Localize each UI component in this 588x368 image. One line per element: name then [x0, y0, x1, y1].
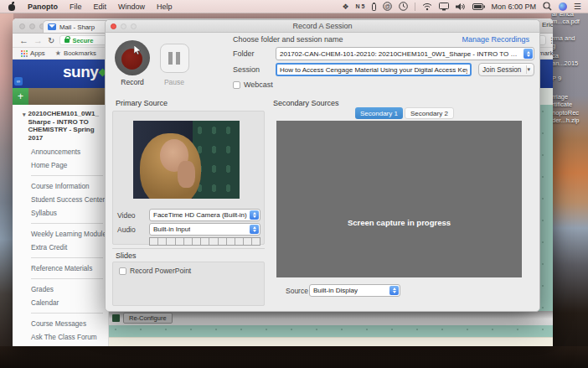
folder-label: Folder — [233, 49, 255, 58]
folder-select[interactable]: 201702-CAN-CHEM-101-20210: 20210CHEM101_… — [276, 47, 534, 60]
desktop-wallpaper-bottom — [0, 346, 588, 368]
dropbox-icon[interactable]: ❖ — [343, 2, 349, 12]
add-content-button[interactable]: + — [13, 88, 28, 105]
record-session-dialog: Record A Session Record Pause Choose fol… — [105, 19, 540, 312]
source-select[interactable]: Built-in Display — [309, 284, 400, 297]
select-stepper-icon — [524, 49, 533, 59]
slides-heading: Slides — [116, 251, 137, 260]
apps-label: Apps — [30, 49, 45, 57]
reload-icon[interactable]: ↻ — [48, 36, 54, 45]
sidebar-item-course-messages[interactable]: Course Messages — [23, 317, 105, 330]
display-icon[interactable] — [439, 2, 449, 12]
dialog-window-controls[interactable] — [111, 23, 137, 29]
screen: ar Erica m...ca.pdf rma and g ca an...20… — [0, 0, 588, 368]
back-icon[interactable]: ← — [19, 36, 28, 45]
tab-secondary-1[interactable]: Secondary 1 — [355, 107, 403, 119]
suny-logo-left: suny — [63, 63, 98, 81]
session-name-input[interactable] — [276, 63, 472, 76]
dialog-zoom-icon[interactable] — [131, 23, 137, 29]
dialog-minimize-icon[interactable] — [121, 23, 126, 29]
sidebar-group: Course Information Student Success Cente… — [23, 179, 105, 220]
desktop-icon-label[interactable]: ca — [552, 53, 559, 60]
join-session-label: Join Session — [482, 66, 521, 74]
sidebar-group: Weekly Learning Modules Extra Credit — [23, 227, 105, 254]
record-powerpoint-checkbox[interactable] — [119, 267, 126, 275]
desktop-icon-label[interactable]: m...ca.pdf — [552, 18, 580, 25]
webcast-row: Webcast — [233, 80, 273, 89]
sidebar-item-grades[interactable]: Grades — [23, 282, 105, 296]
desktop-icon-label[interactable]: der...h.zip — [552, 117, 580, 124]
sidebar-item-extra-credit[interactable]: Extra Credit — [23, 241, 105, 254]
link-badge-icon[interactable]: ∞ — [14, 77, 23, 86]
desktop-icon-label[interactable]: noptoRec — [552, 110, 579, 117]
desktop-icon-label[interactable]: rriage — [552, 94, 568, 101]
sidebar-group: Course Messages Ask The Class Forum — [23, 317, 105, 344]
menu-edit[interactable]: Edit — [94, 3, 107, 11]
apple-menu-icon[interactable] — [8, 3, 16, 11]
pause-bar-icon — [176, 52, 180, 65]
dialog-close-icon[interactable] — [111, 23, 116, 29]
pause-label: Pause — [157, 78, 191, 86]
sidebar-item-weekly-learning-modules[interactable]: Weekly Learning Modules — [23, 227, 105, 241]
menu-panopto[interactable]: Panopto — [28, 3, 58, 11]
window-controls[interactable] — [19, 23, 45, 29]
sidebar-divider — [31, 223, 103, 224]
sidebar-divider — [31, 257, 103, 258]
sidebar-item-calendar[interactable]: Calendar — [23, 296, 105, 309]
menu-window[interactable]: Window — [118, 3, 145, 11]
tab-secondary-2[interactable]: Secondary 2 — [405, 107, 454, 119]
sidebar-item-announcements[interactable]: Announcements — [23, 145, 105, 158]
minimize-window-icon[interactable] — [29, 23, 35, 29]
other-bookmarks-tail[interactable]: marks — [539, 49, 553, 57]
sidebar-divider — [31, 278, 103, 279]
desktop-wallpaper-left — [0, 0, 13, 368]
manage-recordings-link[interactable]: Manage Recordings — [462, 35, 529, 44]
desktop-icon-label[interactable]: P 9 — [552, 75, 561, 82]
tab-title: Mail - Sharp — [59, 23, 95, 31]
video-select[interactable]: FaceTime HD Camera (Built-in) — [149, 209, 260, 221]
battery-icon[interactable] — [472, 2, 485, 12]
page-gray-band: Re-Configure — [109, 311, 553, 325]
sidebar-item-ask-the-class-forum[interactable]: Ask The Class Forum — [23, 330, 105, 344]
siri-icon[interactable] — [559, 3, 567, 11]
close-window-icon[interactable] — [19, 23, 25, 29]
audio-select[interactable]: Built-in Input — [149, 223, 260, 236]
page-footer-strip — [109, 337, 553, 346]
sidebar-group: Grades Calendar — [23, 282, 105, 309]
sidebar-item-home-page[interactable]: Home Page — [23, 158, 105, 172]
sidebar-item-syllabus[interactable]: Syllabus — [23, 206, 105, 220]
sidebar-item-student-success-center[interactable]: Student Success Center — [23, 193, 105, 206]
sidebar-item-reference-materials[interactable]: Reference Materials — [23, 262, 105, 275]
browser-menu-icon[interactable]: ⋮ — [548, 36, 553, 44]
desktop-icon-label[interactable]: rtificate — [552, 101, 572, 108]
volume-icon[interactable] — [456, 2, 466, 12]
webcast-checkbox[interactable] — [233, 81, 240, 89]
course-title: 20210CHEM101_0W1_Sharpe - INTRO TO CHEMI… — [28, 110, 102, 142]
forward-icon[interactable]: → — [34, 36, 43, 45]
desktop-icon-label[interactable]: an...2015 — [552, 60, 578, 67]
bookmark-bookmarks[interactable]: ★ Bookmarks — [55, 49, 96, 57]
sidebar-group: Announcements Home Page — [23, 145, 105, 172]
desktop-icon-label[interactable]: rma and — [552, 35, 575, 42]
chevron-down-icon[interactable]: ▾ — [23, 111, 26, 142]
pause-button[interactable] — [160, 44, 189, 73]
record-button[interactable] — [115, 40, 150, 75]
join-session-button[interactable]: Join Session ▾ — [478, 63, 534, 76]
dialog-title-bar[interactable]: Record A Session — [106, 20, 539, 33]
menu-file[interactable]: File — [70, 3, 82, 11]
notification-count-icon[interactable]: N 5 — [356, 2, 365, 12]
wifi-icon[interactable] — [422, 2, 432, 12]
at-circle-icon[interactable]: @ — [383, 2, 392, 12]
profile-name[interactable]: Erica — [542, 21, 553, 29]
spotlight-icon[interactable] — [543, 2, 552, 12]
mail-icon — [48, 23, 56, 30]
primary-source-heading: Primary Source — [116, 99, 168, 107]
notification-center-icon[interactable]: ☰ — [574, 2, 581, 12]
reconfigure-button[interactable]: Re-Configure — [123, 313, 173, 324]
bookmark-apps[interactable]: Apps — [21, 49, 45, 57]
battery-vertical-icon[interactable] — [372, 2, 376, 12]
menu-help[interactable]: Help — [157, 3, 173, 11]
menubar-clock[interactable]: Mon 6:00 PM — [492, 3, 537, 11]
sidebar-item-course-information[interactable]: Course Information — [23, 179, 105, 193]
clock-icon[interactable] — [399, 2, 408, 12]
